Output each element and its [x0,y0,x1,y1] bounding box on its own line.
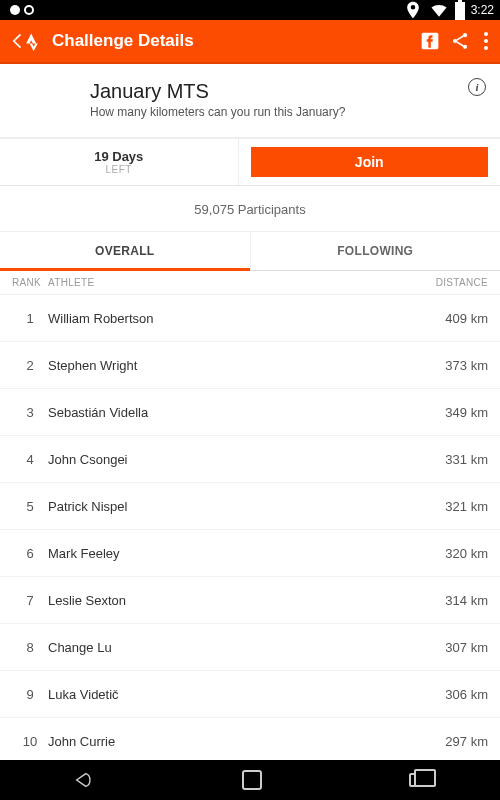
table-row[interactable]: 7Leslie Sexton314 km [0,577,500,624]
leaderboard-list[interactable]: 1William Robertson409 km2Stephen Wright3… [0,295,500,765]
cell-athlete: Stephen Wright [48,358,418,373]
header-athlete: ATHLETE [48,277,418,288]
cell-athlete: Leslie Sexton [48,593,418,608]
table-header: RANK ATHLETE DISTANCE [0,271,500,295]
cell-distance: 409 km [418,311,488,326]
cell-rank: 10 [12,734,48,749]
cell-rank: 7 [12,593,48,608]
cell-rank: 3 [12,405,48,420]
status-dot-icon [10,5,20,15]
cell-distance: 331 km [418,452,488,467]
header-distance: DISTANCE [418,277,488,288]
nav-back-icon[interactable] [73,769,95,791]
cell-distance: 320 km [418,546,488,561]
challenge-subtitle: How many kilometers can you run this Jan… [90,105,480,119]
table-row[interactable]: 8Change Lu307 km [0,624,500,671]
cell-rank: 6 [12,546,48,561]
cell-distance: 373 km [418,358,488,373]
table-row[interactable]: 5Patrick Nispel321 km [0,483,500,530]
participants-count: 59,075 Participants [0,186,500,231]
battery-icon [455,0,465,20]
wifi-icon [429,0,449,20]
status-ring-icon [24,5,34,15]
cell-distance: 321 km [418,499,488,514]
table-row[interactable]: 6Mark Feeley320 km [0,530,500,577]
info-icon[interactable]: i [468,78,486,96]
table-row[interactable]: 3Sebastián Vidella349 km [0,389,500,436]
cell-athlete: William Robertson [48,311,418,326]
leaderboard-tabs: OVERALL FOLLOWING [0,231,500,271]
nav-recents-icon[interactable] [409,773,427,787]
table-row[interactable]: 1William Robertson409 km [0,295,500,342]
cell-athlete: Change Lu [48,640,418,655]
android-nav-bar [0,760,500,800]
svg-rect-0 [455,2,465,20]
join-button[interactable]: Join [251,147,489,177]
cell-athlete: John Currie [48,734,418,749]
tab-following[interactable]: FOLLOWING [251,232,501,270]
cell-distance: 349 km [418,405,488,420]
cell-distance: 314 km [418,593,488,608]
cell-rank: 4 [12,452,48,467]
cell-athlete: Mark Feeley [48,546,418,561]
cell-rank: 8 [12,640,48,655]
cell-athlete: Patrick Nispel [48,499,418,514]
table-row[interactable]: 9Luka Videtič306 km [0,671,500,718]
cell-athlete: Sebastián Vidella [48,405,418,420]
countdown: 19 Days LEFT [0,139,239,185]
svg-rect-1 [458,0,462,2]
location-icon [403,0,423,20]
join-row: 19 Days LEFT Join [0,138,500,186]
days-remaining: 19 Days [0,149,238,164]
days-label: LEFT [0,164,238,175]
cell-rank: 5 [12,499,48,514]
challenge-hero: i January MTS How many kilometers can yo… [0,64,500,137]
facebook-icon[interactable] [420,31,440,51]
android-status-bar: 3:22 [0,0,500,20]
cell-athlete: John Csongei [48,452,418,467]
cell-distance: 297 km [418,734,488,749]
back-button[interactable] [8,31,42,51]
header-rank: RANK [12,277,48,288]
cell-distance: 306 km [418,687,488,702]
cell-distance: 307 km [418,640,488,655]
strava-logo-icon [22,31,42,51]
table-row[interactable]: 2Stephen Wright373 km [0,342,500,389]
table-row[interactable]: 10John Currie297 km [0,718,500,765]
overflow-menu-icon[interactable] [480,32,492,50]
tab-overall[interactable]: OVERALL [0,232,250,270]
table-row[interactable]: 4John Csongei331 km [0,436,500,483]
challenge-title: January MTS [90,80,480,103]
cell-athlete: Luka Videtič [48,687,418,702]
status-time: 3:22 [471,3,494,17]
nav-home-icon[interactable] [242,770,262,790]
app-bar: Challenge Details [0,20,500,64]
cell-rank: 9 [12,687,48,702]
page-title: Challenge Details [52,31,410,51]
cell-rank: 2 [12,358,48,373]
cell-rank: 1 [12,311,48,326]
share-icon[interactable] [450,31,470,51]
